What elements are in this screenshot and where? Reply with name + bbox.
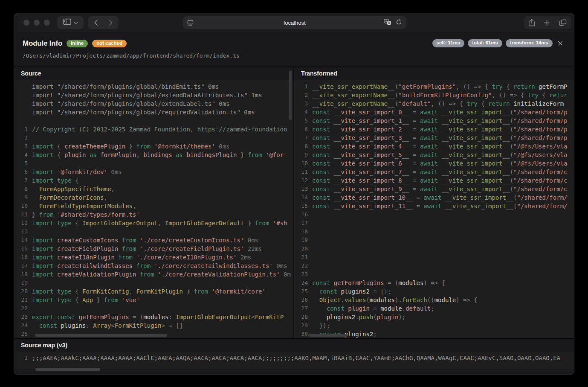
line-number: 7 [14, 176, 32, 185]
code-token: import [32, 151, 54, 158]
code-line: 13 [14, 227, 293, 236]
code-line: 4const __vite_ssr_import_0__ = await __v… [294, 108, 574, 116]
line-number: 11 [294, 168, 312, 176]
transform-time-badge: transform: 14ms [506, 39, 553, 47]
code-text [312, 262, 574, 270]
line-number: 10 [294, 159, 312, 168]
line-number: 21 [14, 296, 32, 304]
code-text [312, 236, 574, 244]
line-number: 1 [14, 354, 32, 362]
code-token: // Copyright (C) 2012-2025 Zammad Founda… [32, 126, 287, 133]
new-tab-button[interactable] [544, 20, 550, 26]
source-code-area[interactable]: import "/shared/form/plugins/global/bind… [14, 80, 293, 338]
code-token: "/shared/form/p [513, 126, 567, 133]
code-token: __vite_ssr_import__ [441, 194, 513, 201]
code-token: import "/shared/form/plugins/global/exte… [32, 100, 230, 107]
code-token: } [237, 151, 248, 158]
code-line: 2__vite_ssr_exportName__("buildFormKitPl… [294, 91, 574, 99]
code-line: 6const __vite_ssr_import_2__ = await __v… [294, 125, 574, 134]
code-token: __vite_ssr_import_1__ [330, 117, 409, 124]
code-token: push [359, 314, 374, 320]
code-token: { [72, 177, 79, 184]
code-text: } from '#shared/types/form.ts' [32, 210, 293, 219]
code-line: 1// Copyright (C) 2012-2025 Zammad Found… [14, 125, 293, 134]
code-token: FormDecoratorIcons [32, 194, 104, 201]
code-text: const __vite_ssr_import_11__ = await __v… [312, 202, 574, 210]
sidebar-toggle-button[interactable] [57, 16, 84, 29]
sourcemap-code-area[interactable]: 1;;;AAEA;AAAkC;AAAA;AAAA;AAAA;AAClC;AAEA… [14, 352, 574, 369]
minimize-window-button[interactable] [34, 20, 40, 26]
code-token: createThemePlugin [64, 143, 125, 150]
code-token: Object [312, 297, 341, 303]
code-token: ( [510, 169, 513, 175]
translate-icon[interactable]: A a [384, 19, 391, 27]
code-line: 29 }); [294, 321, 574, 330]
code-text [312, 227, 574, 236]
line-number: 1 [294, 82, 312, 91]
navigation-buttons [88, 16, 119, 29]
code-token: await [420, 186, 438, 192]
code-token: '#shared/types/form.ts' [57, 211, 140, 218]
share-button[interactable] [528, 19, 535, 26]
code-token: plugins2 [337, 288, 370, 295]
line-number: 1 [14, 125, 32, 134]
source-horizontal-scrollbar[interactable] [35, 334, 167, 337]
code-token: getFormPlugins [79, 314, 129, 320]
sourcemap-horizontal-scrollbar[interactable] [35, 368, 100, 371]
close-window-button[interactable] [23, 20, 29, 26]
code-token: ( [510, 134, 513, 141]
code-token: FormAppSpecificTheme [32, 186, 111, 192]
tab-overview-button[interactable] [559, 19, 567, 26]
code-text [312, 210, 574, 219]
code-token: } [32, 211, 39, 218]
close-button[interactable] [555, 38, 565, 48]
code-token: App [82, 297, 93, 303]
reload-icon[interactable] [396, 19, 402, 27]
browser-window: localhost A a [14, 13, 574, 375]
line-number: 2 [294, 91, 312, 99]
code-text: import createValidationPlugin from './co… [32, 270, 293, 279]
code-token: './core/createCustomIcons.ts' [140, 237, 244, 244]
code-text: import "/shared/form/plugins/global/exte… [32, 99, 293, 108]
code-token: = []; [370, 288, 391, 295]
code-line: 12import type { ImportGlobEagerOutput, I… [14, 219, 293, 227]
transformed-code-area[interactable]: 1__vite_ssr_exportName__("getFormPlugins… [294, 80, 574, 338]
code-token: modules [370, 297, 395, 303]
line-number: 17 [14, 262, 32, 270]
code-token: ( [373, 314, 377, 320]
code-token: '@formkit/themes' [154, 143, 215, 150]
source-vertical-scrollbar[interactable] [289, 70, 292, 120]
code-line: 24const getFormPlugins = (modules) => { [294, 279, 574, 287]
address-bar[interactable]: localhost A a [183, 16, 406, 29]
zoom-window-button[interactable] [44, 20, 50, 26]
code-text: const __vite_ssr_import_4__ = await __vi… [312, 142, 574, 151]
back-button[interactable] [88, 16, 103, 29]
line-number: 5 [14, 159, 32, 168]
line-number: 21 [294, 253, 312, 262]
transformed-horizontal-scrollbar[interactable] [308, 334, 348, 337]
code-token: "/shared/form/c [513, 186, 567, 192]
code-token: await [423, 194, 441, 201]
code-token: } [125, 143, 136, 150]
code-token: FormKitConfig [82, 288, 129, 295]
code-token: __vite_ssr_import__ [438, 143, 510, 150]
code-token: getFormP [535, 83, 568, 90]
inline-badge: inline [67, 40, 88, 48]
code-line: 7const __vite_ssr_import_3__ = await __v… [294, 134, 574, 142]
close-icon [558, 40, 563, 47]
code-text: FormDecoratorIcons, [32, 193, 293, 202]
line-number: 7 [294, 134, 312, 142]
code-token: as [86, 151, 100, 158]
code-token: './core/createTailwindClasses.ts' [154, 262, 273, 269]
code-token: = [409, 143, 420, 150]
code-line: 9const __vite_ssr_import_5__ = await __v… [294, 151, 574, 159]
code-text: const plugins2 = []; [312, 287, 574, 296]
code-text: __vite_ssr_exportName__("default", () =>… [312, 99, 574, 108]
code-text: __vite_ssr_exportName__("buildFormKitPlu… [312, 91, 574, 99]
code-line: 18 [294, 227, 574, 236]
forward-button[interactable] [103, 16, 118, 29]
line-number: 14 [14, 236, 32, 244]
code-token: createCustomIcons [57, 237, 118, 244]
line-number: 25 [294, 287, 312, 296]
code-token: . [402, 305, 406, 312]
